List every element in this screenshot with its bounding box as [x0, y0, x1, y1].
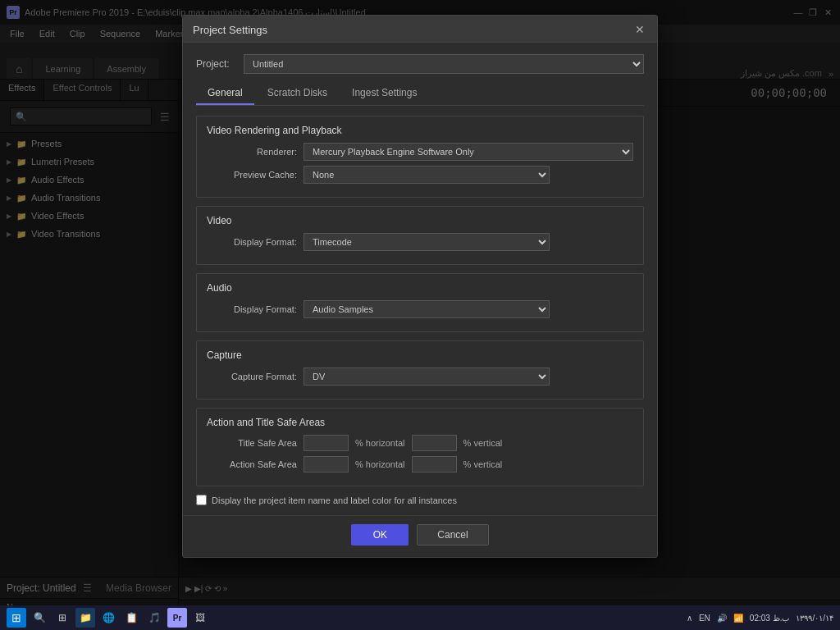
renderer-dropdown[interactable]: Mercury Playback Engine Software Only [304, 143, 633, 161]
preview-cache-row: Preview Cache: None [207, 166, 633, 184]
task-view-icon[interactable]: ⊞ [52, 608, 72, 628]
safe-areas-section: Action and Title Safe Areas Title Safe A… [196, 408, 644, 486]
app-icon-1[interactable]: 📋 [121, 608, 141, 628]
dialog-close-button[interactable]: ✕ [632, 22, 647, 37]
start-button[interactable]: ⊞ [7, 608, 26, 628]
action-safe-label: Action Safe Area [207, 459, 297, 469]
premiere-taskbar-icon[interactable]: Pr [167, 608, 187, 628]
app-icon-3[interactable]: 🖼 [190, 608, 210, 628]
dialog-footer: OK Cancel [183, 515, 657, 557]
taskbar-date: ۱۳۹۹/۰۱/۱۴ [796, 614, 833, 623]
project-settings-dialog: Project Settings ✕ Project: Untitled Gen… [182, 15, 658, 558]
search-taskbar-icon[interactable]: 🔍 [30, 608, 49, 628]
title-safe-row: Title Safe Area 20 % horizontal 20 % ver… [207, 435, 633, 451]
project-field-label: Project: [196, 58, 237, 70]
modal-overlay: Project Settings ✕ Project: Untitled Gen… [0, 0, 840, 605]
ok-button[interactable]: OK [351, 524, 409, 546]
capture-section: Capture Capture Format: DV [196, 340, 644, 399]
audio-section: Audio Display Format: Audio Samples [196, 273, 644, 332]
tab-scratch-disks[interactable]: Scratch Disks [256, 82, 339, 105]
video-section: Video Display Format: Timecode [196, 206, 644, 265]
action-safe-v-unit: % vertical [463, 459, 503, 469]
capture-section-title: Capture [207, 349, 633, 361]
taskbar-right: ∧ EN 🔊 📶 02:03 ب.ظ ۱۳۹۹/۰۱/۱۴ [687, 614, 833, 623]
title-safe-h-unit: % horizontal [355, 438, 405, 448]
taskbar-left: ⊞ 🔍 ⊞ 📁 🌐 📋 🎵 Pr 🖼 [7, 608, 210, 628]
renderer-label: Renderer: [207, 147, 297, 157]
systray-volume-icon[interactable]: 🔊 [717, 614, 727, 623]
checkbox-row: Display the project item name and label … [196, 495, 644, 505]
project-row: Project: Untitled [196, 54, 644, 74]
project-dropdown[interactable]: Untitled [244, 54, 644, 74]
action-safe-h-input[interactable]: 10 [304, 456, 349, 472]
tab-ingest-settings[interactable]: Ingest Settings [340, 82, 428, 105]
title-safe-h-input[interactable]: 20 [304, 435, 349, 451]
title-safe-v-unit: % vertical [463, 438, 503, 448]
renderer-row: Renderer: Mercury Playback Engine Softwa… [207, 143, 633, 161]
systray-lang: EN [699, 614, 710, 623]
cancel-button[interactable]: Cancel [417, 524, 488, 546]
capture-format-dropdown[interactable]: DV [304, 368, 550, 386]
display-name-checkbox[interactable] [196, 495, 207, 505]
video-format-dropdown[interactable]: Timecode [304, 233, 550, 251]
capture-format-label: Capture Format: [207, 372, 297, 381]
video-format-row: Display Format: Timecode [207, 233, 633, 251]
title-safe-v-input[interactable]: 20 [412, 435, 457, 451]
dialog-tabs: General Scratch Disks Ingest Settings [196, 82, 644, 106]
capture-format-row: Capture Format: DV [207, 368, 633, 386]
video-rendering-title: Video Rendering and Playback [207, 125, 633, 136]
chrome-icon[interactable]: 🌐 [98, 608, 118, 628]
audio-format-dropdown[interactable]: Audio Samples [304, 300, 550, 318]
systray-arrow[interactable]: ∧ [687, 614, 692, 623]
audio-format-label: Display Format: [207, 304, 297, 314]
video-section-title: Video [207, 215, 633, 226]
audio-format-row: Display Format: Audio Samples [207, 300, 633, 318]
video-rendering-section: Video Rendering and Playback Renderer: M… [196, 116, 644, 198]
preview-cache-dropdown[interactable]: None [304, 166, 550, 184]
dialog-titlebar: Project Settings ✕ [183, 16, 657, 44]
action-safe-row: Action Safe Area 10 % horizontal 10 % ve… [207, 456, 633, 472]
action-safe-h-unit: % horizontal [355, 459, 405, 469]
action-safe-v-input[interactable]: 10 [412, 456, 457, 472]
title-safe-label: Title Safe Area [207, 438, 297, 448]
dialog-title: Project Settings [193, 24, 267, 36]
tab-general[interactable]: General [196, 82, 254, 105]
systray-network-icon[interactable]: 📶 [733, 614, 743, 623]
taskbar: ⊞ 🔍 ⊞ 📁 🌐 📋 🎵 Pr 🖼 ∧ EN 🔊 📶 02:03 ب.ظ ۱۳… [0, 605, 840, 630]
app-icon-2[interactable]: 🎵 [144, 608, 164, 628]
video-format-label: Display Format: [207, 237, 297, 247]
file-explorer-icon[interactable]: 📁 [75, 608, 95, 628]
audio-section-title: Audio [207, 282, 633, 294]
dialog-body: Project: Untitled General Scratch Disks … [183, 44, 657, 515]
taskbar-time: 02:03 ب.ظ [750, 614, 790, 623]
safe-areas-title: Action and Title Safe Areas [207, 417, 633, 428]
preview-cache-label: Preview Cache: [207, 170, 297, 180]
checkbox-label-text: Display the project item name and label … [212, 495, 457, 505]
